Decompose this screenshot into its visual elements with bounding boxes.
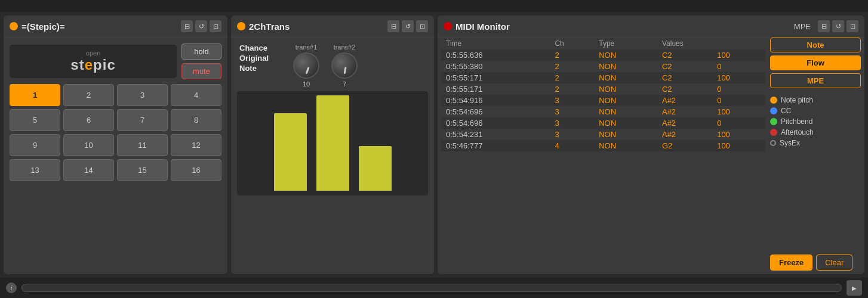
trans2-value: 7 (343, 80, 346, 88)
cell-val: 100 (712, 140, 765, 151)
midi-icon-save[interactable]: ⊡ (847, 20, 858, 32)
midi-row-1: 0:5:55:380 2 NON C2 0 (441, 61, 765, 72)
midi-row-2: 0:5:55:171 2 NON C2 100 (441, 72, 765, 83)
cell-note: G2 (657, 140, 712, 151)
stepic-icon-save[interactable]: ⊡ (210, 20, 221, 32)
step-btn-3[interactable]: 3 (117, 84, 168, 106)
tab-note[interactable]: Note (770, 38, 861, 52)
cell-type: NON (594, 106, 657, 117)
info-icon[interactable]: i (6, 283, 17, 293)
legend-pitchbend: Pitchbend (770, 116, 861, 127)
chart-bar-1 (274, 113, 307, 191)
midi-row-4: 0:5:54:916 3 NON A#2 0 (441, 95, 765, 106)
chtrans-icon-refresh[interactable]: ↺ (402, 20, 414, 32)
midi-header: MIDI Monitor MPE ⊟ ↺ ⊡ (438, 15, 864, 38)
stepic-top: open stepic hold mute (10, 44, 221, 79)
chtrans-dot (237, 22, 245, 30)
chtrans-icon-copy[interactable]: ⊟ (387, 20, 399, 32)
cell-type: NON (594, 140, 657, 151)
trans1-label: trans#1 (296, 44, 318, 51)
midi-row-7: 0:5:54:231 3 NON A#2 100 (441, 129, 765, 140)
legend-note-pitch: Note pitch (770, 95, 861, 105)
midi-actions: Freeze Clear (770, 254, 861, 271)
step-btn-8[interactable]: 8 (171, 109, 221, 131)
col-ch: Ch (550, 38, 594, 49)
legend-cc-label: CC (781, 107, 791, 115)
cell-val: 100 (712, 49, 765, 61)
legend-dot-blue (770, 107, 777, 114)
cell-note: C2 (657, 49, 712, 61)
step-btn-11[interactable]: 11 (117, 134, 168, 156)
midi-row-8: 0:5:46:777 4 NON G2 100 (441, 140, 765, 151)
tab-mpe[interactable]: MPE (770, 73, 861, 88)
cell-type: NON (594, 83, 657, 95)
chtrans-content: ChanceOriginalNote trans#1 10 trans#2 7 (231, 38, 434, 201)
hold-button[interactable]: hold (181, 44, 221, 60)
step-btn-5[interactable]: 5 (10, 109, 60, 131)
stepic-icons: ⊟ ↺ ⊡ (181, 20, 221, 32)
stepic-dot (10, 22, 18, 30)
midi-row-0: 0:5:55:636 2 NON C2 100 (441, 49, 765, 61)
step-btn-2[interactable]: 2 (63, 84, 114, 106)
legend-cc: CC (770, 105, 861, 116)
step-grid: 1 2 3 4 5 6 7 8 9 10 11 12 13 14 15 16 (10, 84, 221, 181)
stepic-buttons: hold mute (181, 44, 221, 79)
cell-val: 0 (712, 95, 765, 106)
stepic-name-pic: pic (93, 57, 116, 73)
legend-sysex-label: SysEx (780, 139, 800, 147)
step-btn-15[interactable]: 15 (117, 159, 168, 181)
cell-ch: 2 (550, 83, 594, 95)
clear-button[interactable]: Clear (816, 254, 852, 271)
cell-type: NON (594, 61, 657, 72)
freeze-button[interactable]: Freeze (770, 254, 812, 271)
stepic-title: =(Stepic)= (21, 21, 177, 32)
step-btn-7[interactable]: 7 (117, 109, 168, 131)
legend-note-pitch-label: Note pitch (781, 96, 813, 104)
progress-bar[interactable] (21, 284, 842, 292)
stepic-panel: =(Stepic)= ⊟ ↺ ⊡ open stepic hol (4, 15, 227, 274)
stepic-icon-refresh[interactable]: ↺ (195, 20, 207, 32)
legend-dot-green (770, 118, 777, 125)
stepic-icon-copy[interactable]: ⊟ (181, 20, 193, 32)
trans1-value: 10 (303, 80, 310, 88)
main-container: =(Stepic)= ⊟ ↺ ⊡ open stepic hol (0, 0, 868, 298)
midi-icon-copy[interactable]: ⊟ (818, 20, 830, 32)
step-btn-1[interactable]: 1 (10, 84, 60, 106)
cell-ch: 3 (550, 106, 594, 117)
stepic-name-box: open stepic (10, 45, 177, 78)
step-btn-4[interactable]: 4 (171, 84, 221, 106)
midi-row-5: 0:5:54:696 3 NON A#2 100 (441, 106, 765, 117)
cell-ch: 3 (550, 117, 594, 129)
cell-ch: 2 (550, 61, 594, 72)
cell-note: A#2 (657, 106, 712, 117)
trans2-knob-group: trans#2 7 (331, 44, 358, 88)
trans2-knob[interactable] (331, 52, 358, 79)
mute-button[interactable]: mute (181, 63, 221, 79)
trans1-knob[interactable] (293, 52, 319, 79)
cell-val: 0 (712, 61, 765, 72)
cell-time: 0:5:54:696 (441, 117, 550, 129)
chtrans-icons: ⊟ ↺ ⊡ (387, 20, 428, 32)
chart-bar-3 (359, 146, 392, 191)
step-btn-14[interactable]: 14 (63, 159, 114, 181)
step-btn-16[interactable]: 16 (171, 159, 221, 181)
step-btn-13[interactable]: 13 (10, 159, 60, 181)
step-btn-6[interactable]: 6 (63, 109, 114, 131)
step-btn-10[interactable]: 10 (63, 134, 114, 156)
tab-flow[interactable]: Flow (770, 55, 861, 70)
play-button[interactable]: ▶ (847, 280, 862, 296)
chtrans-controls: ChanceOriginalNote trans#1 10 trans#2 7 (237, 44, 428, 88)
stepic-content: open stepic hold mute 1 2 3 4 5 (4, 38, 227, 187)
cell-ch: 2 (550, 49, 594, 61)
cell-type: NON (594, 95, 657, 106)
mpe-label: MPE (794, 22, 811, 31)
midi-title: MIDI Monitor (455, 21, 790, 32)
cell-time: 0:5:55:171 (441, 83, 550, 95)
step-btn-12[interactable]: 12 (171, 134, 221, 156)
chtrans-icon-save[interactable]: ⊡ (416, 20, 428, 32)
midi-icon-refresh[interactable]: ↺ (832, 20, 844, 32)
chance-label: ChanceOriginalNote (239, 44, 281, 74)
step-btn-9[interactable]: 9 (10, 134, 60, 156)
cell-type: NON (594, 117, 657, 129)
midi-content: Time Ch Type Values 0:5:55:636 2 NON C2 … (438, 38, 864, 274)
